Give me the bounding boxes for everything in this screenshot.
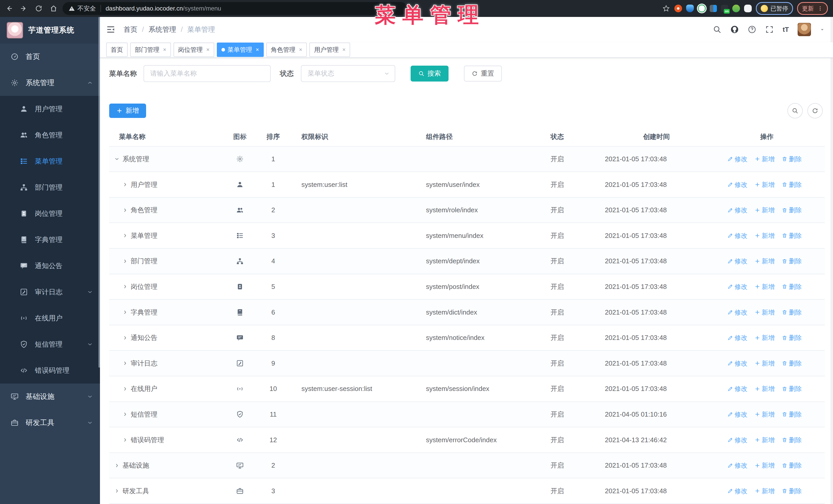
edit-link[interactable]: 修改	[728, 232, 747, 240]
add-link[interactable]: 新增	[755, 334, 775, 342]
collapse-arrow-icon[interactable]	[122, 361, 128, 366]
delete-link[interactable]: 删除	[782, 461, 802, 470]
add-link[interactable]: 新增	[755, 410, 775, 418]
address-bar[interactable]: 不安全 dashboard.yudao.iocoder.cn/system/me…	[63, 2, 407, 15]
edit-link[interactable]: 修改	[728, 155, 747, 163]
help-icon[interactable]	[748, 25, 756, 34]
kebab-menu-icon[interactable]	[817, 6, 823, 11]
browser-reload-icon[interactable]	[35, 5, 43, 12]
collapse-arrow-icon[interactable]	[122, 259, 128, 264]
sidebar-item-基础设施[interactable]: 基础设施	[0, 384, 100, 410]
add-link[interactable]: 新增	[755, 206, 775, 214]
sidebar-item-系统管理[interactable]: 系统管理	[0, 70, 100, 96]
sidebar-item-通知公告[interactable]: 通知公告	[0, 253, 100, 279]
delete-link[interactable]: 删除	[782, 487, 802, 495]
github-icon[interactable]	[730, 25, 739, 34]
delete-link[interactable]: 删除	[782, 257, 802, 265]
sidebar-item-研发工具[interactable]: 研发工具	[0, 410, 100, 436]
close-icon[interactable]: ×	[342, 46, 346, 53]
collapse-arrow-icon[interactable]	[114, 463, 119, 468]
sidebar-item-字典管理[interactable]: 字典管理	[0, 226, 100, 253]
add-button[interactable]: 新增	[109, 103, 146, 118]
delete-link[interactable]: 删除	[782, 334, 802, 342]
collapse-arrow-icon[interactable]	[122, 412, 128, 417]
tab-部门管理[interactable]: 部门管理×	[130, 43, 171, 57]
edit-link[interactable]: 修改	[728, 461, 747, 470]
collapse-arrow-icon[interactable]	[122, 310, 128, 315]
extensions-puzzle-icon[interactable]	[744, 5, 752, 12]
refresh-table-button[interactable]	[807, 103, 823, 118]
edit-link[interactable]: 修改	[728, 410, 747, 418]
tab-首页[interactable]: 首页	[106, 43, 128, 57]
add-link[interactable]: 新增	[755, 359, 775, 368]
sidebar-item-用户管理[interactable]: 用户管理	[0, 96, 100, 122]
collapse-arrow-icon[interactable]	[122, 208, 128, 213]
delete-link[interactable]: 删除	[782, 232, 802, 240]
extension-android-icon[interactable]	[732, 5, 740, 12]
extension-ubuntu-icon[interactable]	[674, 5, 682, 12]
sidebar-item-角色管理[interactable]: 角色管理	[0, 122, 100, 148]
collapse-arrow-icon[interactable]	[122, 284, 128, 289]
delete-link[interactable]: 删除	[782, 359, 802, 368]
collapse-arrow-icon[interactable]	[122, 386, 128, 391]
add-link[interactable]: 新增	[755, 461, 775, 470]
collapse-arrow-icon[interactable]	[122, 233, 128, 238]
close-icon[interactable]: ×	[206, 46, 210, 53]
sidebar-item-部门管理[interactable]: 部门管理	[0, 174, 100, 200]
toggle-search-button[interactable]	[787, 103, 803, 118]
browser-home-icon[interactable]	[50, 5, 57, 12]
security-warning[interactable]: 不安全	[69, 4, 96, 13]
add-link[interactable]: 新增	[755, 155, 775, 163]
tab-岗位管理[interactable]: 岗位管理×	[173, 43, 214, 57]
browser-update-button[interactable]: 更新	[797, 2, 828, 15]
tab-菜单管理[interactable]: 菜单管理×	[217, 43, 264, 57]
collapse-arrow-icon[interactable]	[122, 182, 128, 187]
edit-link[interactable]: 修改	[728, 487, 747, 495]
user-avatar[interactable]	[798, 23, 811, 36]
collapse-arrow-icon[interactable]	[122, 335, 128, 340]
browser-back-icon[interactable]	[5, 5, 13, 12]
collapse-arrow-icon[interactable]	[114, 488, 119, 494]
menu-name-input[interactable]	[144, 65, 271, 82]
font-size-icon[interactable]: tT	[783, 26, 789, 33]
breadcrumb-system[interactable]: 系统管理	[149, 25, 176, 34]
expand-arrow-icon[interactable]	[114, 157, 119, 162]
add-link[interactable]: 新增	[755, 308, 775, 317]
edit-link[interactable]: 修改	[728, 206, 747, 214]
delete-link[interactable]: 删除	[782, 283, 802, 291]
sidebar-item-首页[interactable]: 首页	[0, 44, 100, 70]
avatar-caret-icon[interactable]	[820, 25, 825, 34]
edit-link[interactable]: 修改	[728, 308, 747, 317]
sidebar-item-菜单管理[interactable]: 菜单管理	[0, 148, 100, 174]
add-link[interactable]: 新增	[755, 436, 775, 444]
add-link[interactable]: 新增	[755, 385, 775, 393]
extension-gem-icon[interactable]	[686, 5, 694, 12]
delete-link[interactable]: 删除	[782, 308, 802, 317]
sidebar-item-短信管理[interactable]: 短信管理	[0, 331, 100, 357]
header-search-icon[interactable]	[713, 25, 721, 34]
edit-link[interactable]: 修改	[728, 257, 747, 265]
sidebar-collapse-icon[interactable]	[106, 25, 115, 34]
collapse-arrow-icon[interactable]	[122, 437, 128, 442]
sidebar-item-错误码管理[interactable]: 错误码管理	[0, 357, 100, 384]
sidebar-item-岗位管理[interactable]: 岗位管理	[0, 200, 100, 226]
edit-link[interactable]: 修改	[728, 359, 747, 368]
add-link[interactable]: 新增	[755, 283, 775, 291]
edit-link[interactable]: 修改	[728, 181, 747, 189]
sidebar-item-审计日志[interactable]: 审计日志	[0, 279, 100, 305]
extension-v-icon[interactable]	[698, 5, 706, 12]
close-icon[interactable]: ×	[163, 46, 166, 53]
delete-link[interactable]: 删除	[782, 206, 802, 214]
delete-link[interactable]: 删除	[782, 385, 802, 393]
reset-button[interactable]: 重置	[464, 66, 502, 81]
browser-forward-icon[interactable]	[20, 5, 28, 12]
add-link[interactable]: 新增	[755, 257, 775, 265]
bookmark-star-icon[interactable]	[662, 4, 670, 13]
delete-link[interactable]: 删除	[782, 181, 802, 189]
fullscreen-icon[interactable]	[765, 25, 774, 34]
edit-link[interactable]: 修改	[728, 334, 747, 342]
edit-link[interactable]: 修改	[728, 385, 747, 393]
delete-link[interactable]: 删除	[782, 410, 802, 418]
tab-角色管理[interactable]: 角色管理×	[266, 43, 307, 57]
delete-link[interactable]: 删除	[782, 155, 802, 163]
